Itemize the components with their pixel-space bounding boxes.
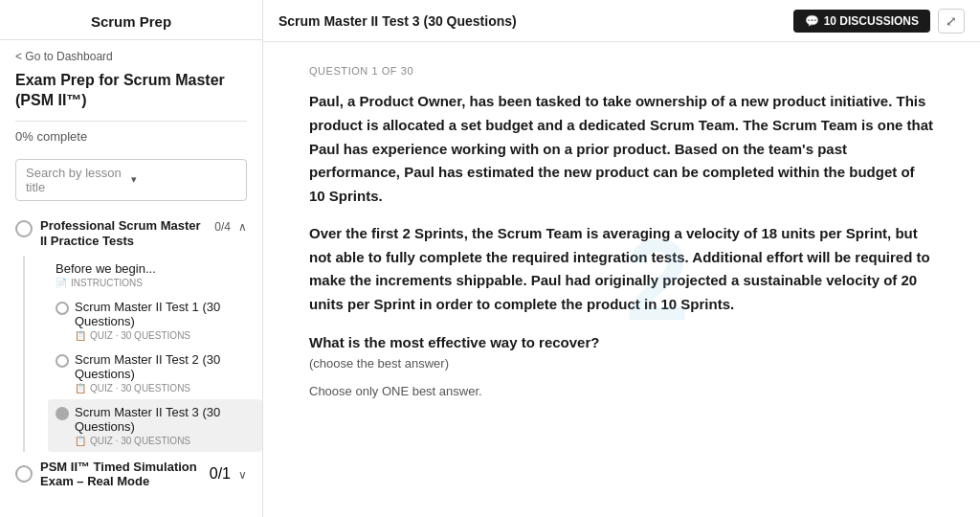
lesson-search[interactable]: Search by lesson title ▾ xyxy=(15,159,247,201)
topbar: Scrum Master II Test 3 (30 Questions) 💬 … xyxy=(263,0,980,42)
section-2-header[interactable]: PSM II™ Timed Simulation Exam – Real Mod… xyxy=(0,452,262,492)
discussion-icon: 💬 xyxy=(805,14,819,28)
item-label: Scrum Master II Test 3 (30 Questions) xyxy=(75,405,247,434)
item-circle-active xyxy=(56,407,69,420)
section-1-title: Professional Scrum Master II Practice Te… xyxy=(40,218,207,251)
discussions-button[interactable]: 💬 10 DISCUSSIONS xyxy=(793,10,930,33)
item-label: Before we begin... xyxy=(56,261,247,276)
quiz-icon: 📋 xyxy=(75,383,86,393)
topbar-actions: 💬 10 DISCUSSIONS ⤢ xyxy=(793,9,965,34)
search-placeholder: Search by lesson title xyxy=(26,166,131,194)
item-sub: 📋 QUIZ · 30 QUESTIONS xyxy=(75,436,247,446)
list-item[interactable]: Scrum Master II Test 3 (30 Questions) 📋 … xyxy=(48,399,262,452)
section-2-count: 0/1 xyxy=(210,465,231,483)
chevron-down-icon: ▾ xyxy=(131,173,236,186)
main-panel: Scrum Master II Test 3 (30 Questions) 💬 … xyxy=(263,0,980,517)
choose-instruction: Choose only ONE best answer. xyxy=(309,384,934,398)
list-item[interactable]: Scrum Master II Test 1 (30 Questions) 📋 … xyxy=(48,294,262,347)
question-area: 2 QUESTION 1 OF 30 Paul, a Product Owner… xyxy=(263,42,980,517)
item-circle xyxy=(56,354,69,368)
quiz-icon: 📋 xyxy=(75,436,86,446)
question-body: Paul, a Product Owner, has been tasked t… xyxy=(309,90,934,317)
item-label: Scrum Master II Test 2 (30 Questions) xyxy=(75,352,247,381)
question-directive: What is the most effective way to recove… xyxy=(309,334,934,350)
doc-icon: 📄 xyxy=(56,278,67,288)
sidebar-title: Scrum Prep xyxy=(0,0,262,40)
list-item[interactable]: Scrum Master II Test 2 (30 Questions) 📋 … xyxy=(48,347,262,399)
section-1-circle xyxy=(15,220,33,237)
course-title: Exam Prep for Scrum Master (PSM II™) xyxy=(0,67,262,121)
item-sub: 📋 QUIZ · 30 QUESTIONS xyxy=(75,383,247,393)
quiz-icon: 📋 xyxy=(75,330,86,341)
section-2-title: PSM II™ Timed Simulation Exam – Real Mod… xyxy=(40,460,202,488)
section-2-circle xyxy=(15,465,33,483)
item-sub: 📋 QUIZ · 30 QUESTIONS xyxy=(75,330,247,341)
sidebar: Scrum Prep < Go to Dashboard Exam Prep f… xyxy=(0,0,263,517)
section-1-items: Before we begin... 📄 INSTRUCTIONS Scrum … xyxy=(23,256,262,452)
section-1-count: 0/4 xyxy=(214,220,231,234)
section-1-toggle: ∧ xyxy=(238,220,247,234)
section-2-toggle: ∨ xyxy=(238,468,247,482)
expand-button[interactable]: ⤢ xyxy=(938,9,965,34)
list-item[interactable]: Before we begin... 📄 INSTRUCTIONS xyxy=(48,256,262,294)
item-label: Scrum Master II Test 1 (30 Questions) xyxy=(75,300,247,328)
topbar-title: Scrum Master II Test 3 (30 Questions) xyxy=(278,13,517,29)
progress-label: 0% complete xyxy=(0,122,262,151)
item-circle xyxy=(56,302,69,315)
question-choose: (choose the best answer) xyxy=(309,356,934,371)
section-1-header[interactable]: Professional Scrum Master II Practice Te… xyxy=(0,209,262,257)
dashboard-link[interactable]: < Go to Dashboard xyxy=(0,40,262,67)
question-paragraph-2: Over the first 2 Sprints, the Scrum Team… xyxy=(309,222,934,317)
item-sub: 📄 INSTRUCTIONS xyxy=(56,278,247,288)
question-paragraph-1: Paul, a Product Owner, has been tasked t… xyxy=(309,90,934,209)
question-label: QUESTION 1 OF 30 xyxy=(309,65,934,77)
sidebar-nav: Professional Scrum Master II Practice Te… xyxy=(0,209,262,517)
